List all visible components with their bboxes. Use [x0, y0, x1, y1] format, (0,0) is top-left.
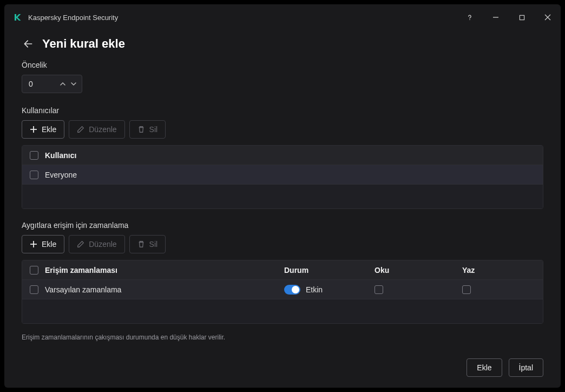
button-label: Ekle: [477, 363, 491, 372]
read-checkbox[interactable]: [375, 285, 383, 294]
back-button[interactable]: [22, 37, 35, 50]
window-controls: [463, 11, 554, 24]
add-button[interactable]: Ekle: [467, 358, 502, 377]
minimize-button[interactable]: [489, 11, 502, 24]
cancel-button[interactable]: İptal: [509, 358, 543, 377]
table-filler: [22, 299, 543, 323]
svg-point-0: [469, 19, 470, 20]
schedule-label: Aygıtlara erişim için zamanlama: [22, 221, 543, 230]
footer-note: Erişim zamanlamalarının çakışması durumu…: [22, 334, 543, 341]
column-header-user: Kullanıcı: [45, 151, 535, 160]
trash-icon: [137, 240, 145, 248]
row-checkbox[interactable]: [30, 285, 38, 294]
stepper-buttons: [59, 80, 82, 88]
button-label: Sil: [149, 240, 158, 249]
table-row[interactable]: Varsayılan zamanlama Etkin: [22, 280, 543, 299]
users-delete-button[interactable]: Sil: [129, 120, 166, 139]
button-label: İptal: [519, 363, 533, 372]
pencil-icon: [77, 126, 84, 133]
chevron-down-icon[interactable]: [70, 80, 77, 88]
select-all-checkbox[interactable]: [30, 266, 38, 275]
pencil-icon: [77, 240, 84, 248]
trash-icon: [137, 126, 145, 133]
button-label: Ekle: [42, 240, 56, 249]
title-bar: Kaspersky Endpoint Security: [4, 4, 561, 30]
schedule-name-cell: Varsayılan zamanlama: [45, 285, 278, 294]
user-name-cell: Everyone: [45, 171, 535, 179]
button-label: Ekle: [42, 125, 56, 134]
users-add-button[interactable]: Ekle: [22, 120, 64, 139]
read-cell: [375, 285, 456, 294]
priority-label: Öncelik: [22, 61, 543, 69]
write-checkbox[interactable]: [462, 285, 471, 294]
maximize-button[interactable]: [515, 11, 528, 24]
column-header-read: Oku: [375, 266, 456, 275]
app-title: Kaspersky Endpoint Security: [28, 14, 463, 22]
column-header-status: Durum: [284, 266, 368, 275]
footer-buttons: Ekle İptal: [467, 358, 543, 377]
schedule-edit-button[interactable]: Düzenle: [69, 235, 124, 253]
button-label: Düzenle: [89, 125, 116, 134]
table-filler: [22, 185, 543, 208]
button-label: Sil: [149, 125, 158, 134]
status-label: Etkin: [306, 285, 323, 294]
content-area: Yeni kural ekle Öncelik 0 Kullanıcılar E…: [4, 30, 561, 388]
column-header-write: Yaz: [462, 266, 522, 275]
priority-value: 0: [22, 80, 59, 88]
page-title: Yeni kural ekle: [42, 37, 125, 51]
column-header-schedule: Erişim zamanlaması: [45, 266, 278, 275]
users-table-header: Kullanıcı: [22, 146, 543, 165]
status-cell: Etkin: [284, 285, 368, 295]
priority-stepper[interactable]: 0: [22, 75, 82, 93]
select-all-checkbox[interactable]: [30, 151, 38, 160]
svg-rect-2: [520, 15, 524, 19]
schedule-delete-button[interactable]: Sil: [129, 235, 166, 253]
schedule-toolbar: Ekle Düzenle Sil: [22, 235, 543, 253]
table-row[interactable]: Everyone: [22, 165, 543, 185]
help-button[interactable]: [463, 11, 476, 24]
row-checkbox[interactable]: [30, 171, 38, 179]
app-logo: [13, 12, 23, 22]
users-toolbar: Ekle Düzenle Sil: [22, 120, 543, 139]
heading-row: Yeni kural ekle: [22, 37, 543, 51]
plus-icon: [30, 126, 37, 133]
users-table: Kullanıcı Everyone: [22, 145, 543, 209]
users-edit-button[interactable]: Düzenle: [69, 120, 124, 139]
status-toggle[interactable]: [284, 285, 300, 295]
button-label: Düzenle: [89, 240, 116, 249]
schedule-table-header: Erişim zamanlaması Durum Oku Yaz: [22, 260, 543, 280]
schedule-add-button[interactable]: Ekle: [22, 235, 64, 253]
chevron-up-icon[interactable]: [59, 80, 67, 88]
app-window: Kaspersky Endpoint Security Yeni kural e…: [4, 4, 561, 388]
users-label: Kullanıcılar: [22, 106, 543, 115]
plus-icon: [30, 240, 37, 248]
close-button[interactable]: [541, 11, 554, 24]
schedule-table: Erişim zamanlaması Durum Oku Yaz Varsayı…: [22, 260, 543, 324]
write-cell: [462, 285, 522, 294]
